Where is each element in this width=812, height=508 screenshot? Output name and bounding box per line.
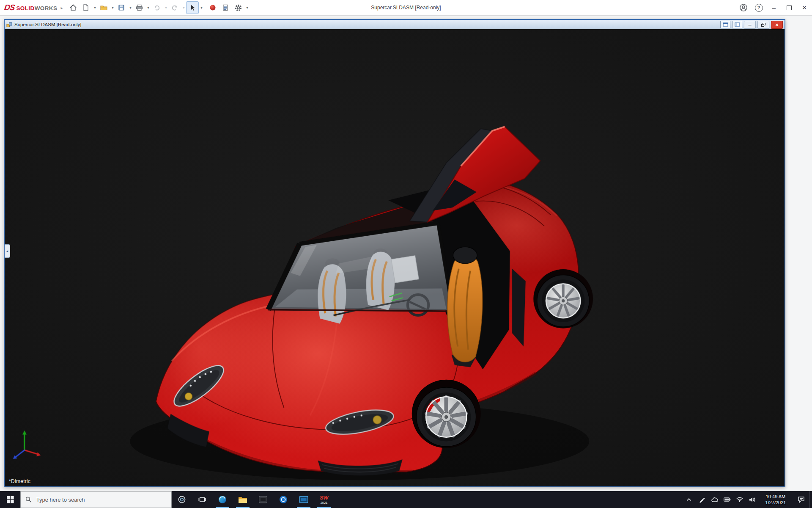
dark-app-button[interactable] — [253, 491, 273, 508]
doc-minimize-button[interactable]: – — [744, 21, 756, 29]
undo-caret-icon: ▾ — [163, 6, 168, 10]
save-icon — [118, 4, 125, 11]
document-window: Supercar.SLDASM [Read-only] – × — [4, 19, 785, 487]
file-properties-button[interactable] — [219, 1, 232, 14]
edge-button[interactable] — [212, 491, 233, 508]
graphics-viewport[interactable]: *Dimetric ◂ — [5, 29, 785, 486]
battery-icon — [724, 497, 731, 502]
minimize-button[interactable]: – — [766, 0, 782, 15]
maximize-icon — [787, 6, 792, 10]
menu-flyout-icon[interactable]: ▸ — [60, 6, 63, 10]
clock-date: 1/27/2021 — [759, 500, 793, 505]
windows-taskbar: SW 2021 10:49 AM — [0, 491, 812, 508]
tray-battery-button[interactable] — [721, 491, 733, 508]
save-caret-icon[interactable]: ▾ — [128, 6, 133, 10]
close-button[interactable]: × — [797, 0, 812, 15]
view-orientation-label: *Dimetric — [9, 478, 30, 484]
cortana-button[interactable] — [172, 491, 192, 508]
blue-circle-app-icon — [279, 495, 288, 504]
doc-pane-button-1[interactable] — [720, 21, 730, 28]
task-view-icon — [198, 496, 206, 503]
account-button[interactable] — [736, 0, 751, 15]
red-sphere-icon — [209, 4, 216, 11]
solidworks-2021-icon: SW 2021 — [320, 495, 328, 505]
red-sphere-button[interactable] — [206, 1, 219, 14]
redo-button[interactable] — [168, 1, 181, 14]
chevron-up-icon — [686, 498, 691, 501]
home-icon — [69, 4, 77, 11]
show-desktop-button[interactable] — [809, 491, 812, 508]
dark-window-icon — [258, 495, 268, 504]
tray-volume-button[interactable] — [746, 491, 759, 508]
wifi-icon — [736, 497, 743, 502]
print-icon — [135, 4, 143, 11]
cortana-icon — [178, 495, 186, 504]
undo-button[interactable] — [151, 1, 163, 14]
rear-wheel — [533, 269, 593, 329]
tray-network-button[interactable] — [733, 491, 746, 508]
collapse-left-icon: ◂ — [6, 249, 8, 253]
open-button[interactable] — [97, 1, 110, 14]
solidworks-2021-button[interactable]: SW 2021 — [314, 491, 334, 508]
tray-onedrive-button[interactable] — [708, 491, 721, 508]
select-tool-button[interactable] — [186, 1, 199, 14]
app-titlebar: DS SOLID WORKS ▸ ▾ ▾ ▾ — [0, 0, 812, 16]
options-button[interactable] — [232, 1, 244, 14]
home-button[interactable] — [67, 1, 80, 14]
file-explorer-icon — [238, 496, 247, 504]
ink-pen-icon — [699, 497, 705, 503]
file-explorer-button[interactable] — [233, 491, 253, 508]
print-button[interactable] — [133, 1, 145, 14]
search-input[interactable] — [36, 496, 167, 503]
print-caret-icon[interactable]: ▾ — [145, 6, 151, 10]
doc-close-button[interactable]: × — [771, 21, 783, 29]
help-icon: ? — [755, 4, 763, 12]
windows-logo-icon — [7, 496, 14, 503]
edge-icon — [218, 495, 227, 504]
blue-app-button[interactable] — [273, 491, 294, 508]
tray-pen-button[interactable] — [695, 491, 708, 508]
quarter-glass — [512, 269, 526, 347]
open-caret-icon[interactable]: ▾ — [110, 6, 115, 10]
system-tray: 10:49 AM 1/27/2021 — [683, 491, 812, 508]
new-document-caret-icon[interactable]: ▾ — [92, 6, 97, 10]
blue-screen-app-button[interactable] — [294, 491, 314, 508]
search-icon — [25, 496, 32, 503]
redo-icon — [171, 4, 178, 11]
doc-restore-button[interactable] — [757, 21, 769, 29]
solidworks-logo: DS SOLID WORKS — [4, 3, 57, 12]
action-center-button[interactable] — [793, 491, 809, 508]
open-folder-icon — [100, 4, 108, 11]
task-view-button[interactable] — [192, 491, 212, 508]
maximize-button[interactable] — [782, 0, 797, 15]
help-button[interactable]: ? — [751, 0, 766, 15]
logo-text-works: WORKS — [35, 5, 58, 11]
volume-icon — [749, 497, 756, 502]
tray-overflow-button[interactable] — [683, 491, 695, 508]
clock-time: 10:49 AM — [759, 494, 793, 500]
collapse-panel-tab[interactable]: ◂ — [5, 244, 10, 258]
ds-logo-mark: DS — [3, 3, 15, 12]
save-button[interactable] — [115, 1, 128, 14]
pane-window-split-icon — [735, 22, 740, 27]
window-title: Supercar.SLDASM [Read-only] — [371, 5, 441, 11]
mdi-area: Supercar.SLDASM [Read-only] – × — [0, 15, 812, 491]
undo-icon — [153, 4, 161, 11]
document-title: Supercar.SLDASM [Read-only] — [14, 22, 82, 27]
assembly-document-icon — [6, 22, 12, 28]
select-cursor-icon — [189, 4, 196, 11]
taskbar-clock[interactable]: 10:49 AM 1/27/2021 — [759, 494, 793, 505]
start-button[interactable] — [0, 491, 20, 508]
onedrive-cloud-icon — [711, 497, 718, 502]
taskbar-search[interactable] — [20, 491, 172, 508]
front-wheel — [412, 380, 481, 448]
logo-text-solid: SOLID — [16, 5, 34, 11]
pane-window-icon — [723, 22, 728, 27]
solidworks-application: DS SOLID WORKS ▸ ▾ ▾ ▾ — [0, 0, 812, 508]
select-caret-icon[interactable]: ▾ — [199, 6, 204, 10]
new-document-button[interactable] — [80, 1, 92, 14]
3d-model-canvas[interactable] — [5, 29, 785, 486]
options-caret-icon[interactable]: ▾ — [244, 6, 250, 10]
doc-pane-button-2[interactable] — [732, 21, 742, 28]
document-titlebar[interactable]: Supercar.SLDASM [Read-only] – × — [5, 20, 785, 29]
